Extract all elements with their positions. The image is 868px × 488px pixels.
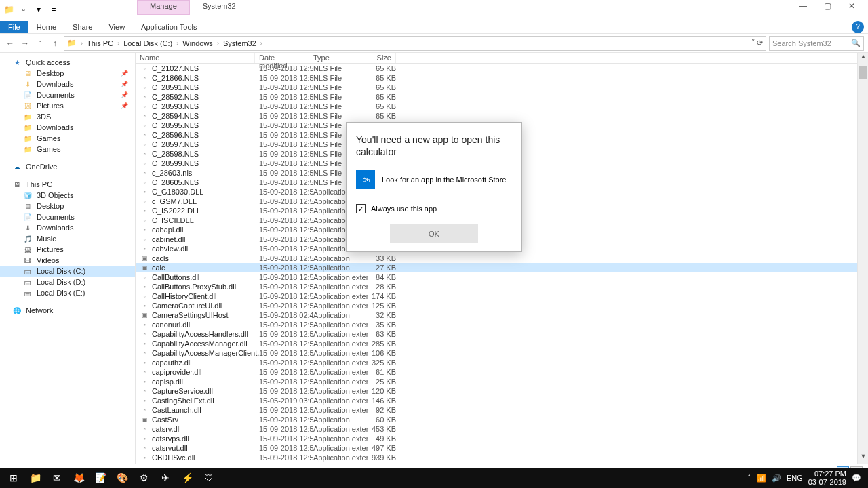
sidebar-item[interactable]: 📄Documents xyxy=(0,211,135,222)
col-name[interactable]: Name xyxy=(136,53,255,63)
file-row[interactable]: ▫CBDHSvc.dll15-09-2018 12:59 ...Applicat… xyxy=(136,453,868,462)
scroll-down-icon[interactable]: ▼ xyxy=(858,453,868,464)
col-date[interactable]: Date modified xyxy=(255,53,309,63)
sidebar-item[interactable]: 🎵Music xyxy=(0,233,135,244)
file-row[interactable]: ▫capiprovider.dll15-09-2018 12:58 ...App… xyxy=(136,367,868,377)
file-row[interactable]: ▫CallButtons.dll15-09-2018 12:58 ...Appl… xyxy=(136,272,868,282)
sidebar-item[interactable]: 📁Downloads xyxy=(0,122,135,133)
file-row[interactable]: ▫capisp.dll15-09-2018 12:58 ...Applicati… xyxy=(136,377,868,386)
file-row[interactable]: ▣calc15-09-2018 12:58 ...Application27 K… xyxy=(136,263,868,272)
tray-overflow-icon[interactable]: ˄ xyxy=(747,474,751,483)
network[interactable]: 🌐Network xyxy=(0,305,135,316)
scroll-thumb[interactable] xyxy=(859,66,867,79)
store-option[interactable]: 🛍 Look for an app in the Microsoft Store xyxy=(356,170,512,189)
taskbar-app-icon[interactable]: 🦊 xyxy=(68,468,90,487)
breadcrumb-bar[interactable]: 📁 › This PC › Local Disk (C:) › Windows … xyxy=(64,36,766,51)
chevron-right-icon[interactable]: › xyxy=(117,40,119,47)
col-size[interactable]: Size xyxy=(363,53,396,63)
sidebar-item[interactable]: 🖼Pictures📌 xyxy=(0,100,135,111)
file-row[interactable]: ▫CallButtons.ProxyStub.dll15-09-2018 12:… xyxy=(136,282,868,291)
sidebar-item[interactable]: 🖴Local Disk (D:) xyxy=(0,277,135,287)
home-tab[interactable]: Home xyxy=(28,21,64,33)
taskbar-app-icon[interactable]: 📝 xyxy=(90,468,111,487)
sidebar-item[interactable]: 🖴Local Disk (E:) xyxy=(0,287,135,298)
file-row[interactable]: ▫CallHistoryClient.dll15-09-2018 12:58 .… xyxy=(136,291,868,301)
file-row[interactable]: ▫CaptureService.dll15-09-2018 12:58 ...A… xyxy=(136,386,868,396)
sidebar-item[interactable]: 📄Documents📌 xyxy=(0,89,135,100)
taskbar-app-icon[interactable]: ⚡ xyxy=(176,468,198,487)
file-row[interactable]: ▫catsrvut.dll15-09-2018 12:58 ...Applica… xyxy=(136,443,868,453)
scroll-up-icon[interactable]: ▲ xyxy=(858,53,868,64)
file-row[interactable]: ▣CastSrv15-09-2018 12:59 ...Application6… xyxy=(136,415,868,424)
chevron-right-icon[interactable]: › xyxy=(81,40,83,47)
sidebar-item[interactable]: 🖥Desktop xyxy=(0,201,135,211)
sidebar-item[interactable]: 📁Games xyxy=(0,144,135,155)
sidebar-item[interactable]: ⬇Downloads📌 xyxy=(0,79,135,89)
chevron-right-icon[interactable]: › xyxy=(176,40,178,47)
file-row[interactable]: ▫CastingShellExt.dll15-05-2019 03:08 ...… xyxy=(136,396,868,405)
maximize-button[interactable]: ▢ xyxy=(819,1,835,11)
breadcrumb[interactable]: System32 xyxy=(223,39,256,47)
taskbar-app-icon[interactable]: ✉ xyxy=(46,468,68,487)
help-button[interactable]: ? xyxy=(852,21,864,33)
up-button[interactable]: ↑ xyxy=(49,39,61,48)
sidebar-item[interactable]: 🖥Desktop📌 xyxy=(0,68,135,79)
volume-icon[interactable]: 🔊 xyxy=(772,474,781,483)
share-tab[interactable]: Share xyxy=(64,21,100,33)
sidebar-item[interactable]: 🧊3D Objects xyxy=(0,190,135,201)
sidebar-item[interactable]: 🖼Pictures xyxy=(0,244,135,255)
back-button[interactable]: ← xyxy=(4,39,16,48)
file-row[interactable]: ▫C_28593.NLS15-09-2018 12:58 ...NLS File… xyxy=(136,102,868,111)
file-row[interactable]: ▣CameraSettingsUIHost15-09-2018 02:41 ..… xyxy=(136,310,868,320)
file-row[interactable]: ▫C_21027.NLS15-09-2018 12:58 ...NLS File… xyxy=(136,64,868,73)
breadcrumb[interactable]: This PC xyxy=(87,39,113,47)
taskbar-app-icon[interactable]: 📁 xyxy=(24,468,46,487)
breadcrumb[interactable]: Windows xyxy=(182,39,213,47)
history-dropdown-icon[interactable]: ˅ xyxy=(34,40,46,47)
minimize-button[interactable]: — xyxy=(795,1,811,11)
file-row[interactable]: ▫C_28592.NLS15-09-2018 12:58 ...NLS File… xyxy=(136,92,868,102)
taskbar-app-icon[interactable]: 🛡 xyxy=(198,468,220,487)
taskbar-app-icon[interactable]: ✈ xyxy=(155,468,176,487)
this-pc[interactable]: 🖥This PC xyxy=(0,179,135,190)
file-row[interactable]: ▫CapabilityAccessHandlers.dll15-09-2018 … xyxy=(136,329,868,339)
always-use-checkbox[interactable]: ✓ Always use this app xyxy=(356,204,512,214)
file-row[interactable]: ▫catsrvps.dll15-09-2018 12:58 ...Applica… xyxy=(136,434,868,443)
file-row[interactable]: ▫C_28591.NLS15-09-2018 12:58 ...NLS File… xyxy=(136,83,868,92)
sidebar-item[interactable]: 📁Games xyxy=(0,133,135,144)
sidebar-item[interactable]: 🖴Local Disk (C:) xyxy=(0,266,135,277)
forward-button[interactable]: → xyxy=(19,39,31,48)
file-row[interactable]: ▫cca.dll15-09-2018 12:58 ...Application … xyxy=(136,462,868,464)
sidebar-item[interactable]: 🎞Videos xyxy=(0,255,135,266)
breadcrumb[interactable]: Local Disk (C:) xyxy=(123,39,172,47)
refresh-icon[interactable]: ⟳ xyxy=(757,39,763,47)
file-row[interactable]: ▫CastLaunch.dll15-09-2018 12:58 ...Appli… xyxy=(136,405,868,415)
qat-dropdown-icon[interactable]: ▾ xyxy=(33,3,45,16)
address-dropdown-icon[interactable]: ˅ xyxy=(751,39,755,47)
taskbar-app-icon[interactable]: ⊞ xyxy=(3,468,24,487)
notifications-icon[interactable]: 💬 xyxy=(852,474,861,483)
manage-tab[interactable]: Manage xyxy=(137,0,190,15)
taskbar-app-icon[interactable]: ⚙ xyxy=(133,468,155,487)
sidebar-item[interactable]: 📁3DS xyxy=(0,111,135,122)
ok-button[interactable]: OK xyxy=(390,224,478,243)
file-row[interactable]: ▫C_21866.NLS15-09-2018 12:58 ...NLS File… xyxy=(136,73,868,83)
file-row[interactable]: ▫CameraCaptureUI.dll15-09-2018 12:58 ...… xyxy=(136,301,868,310)
file-row[interactable]: ▫C_28594.NLS15-09-2018 12:58 ...NLS File… xyxy=(136,111,868,121)
file-row[interactable]: ▫catsrv.dll15-09-2018 12:58 ...Applicati… xyxy=(136,424,868,434)
view-tab[interactable]: View xyxy=(100,21,133,33)
chevron-right-icon[interactable]: › xyxy=(260,40,262,47)
language-indicator[interactable]: ENG xyxy=(787,474,803,482)
network-icon[interactable]: 📶 xyxy=(757,474,766,483)
sidebar-item[interactable]: ⬇Downloads xyxy=(0,222,135,233)
file-row[interactable]: ▫canonurl.dll15-09-2018 12:58 ...Applica… xyxy=(136,320,868,329)
folder-icon[interactable]: 📁 xyxy=(3,3,15,16)
checkbox-icon[interactable]: ✓ xyxy=(356,204,366,214)
clock[interactable]: 07:27 PM 03-07-2019 xyxy=(808,470,846,486)
file-tab[interactable]: File xyxy=(0,21,28,33)
properties-icon[interactable]: ▫ xyxy=(18,3,30,16)
file-row[interactable]: ▫CapabilityAccessManagerClient.dll15-09-… xyxy=(136,348,868,358)
col-type[interactable]: Type xyxy=(309,53,363,63)
quick-access[interactable]: ★Quick access xyxy=(0,57,135,68)
file-row[interactable]: ▣cacls15-09-2018 12:58 ...Application33 … xyxy=(136,253,868,263)
